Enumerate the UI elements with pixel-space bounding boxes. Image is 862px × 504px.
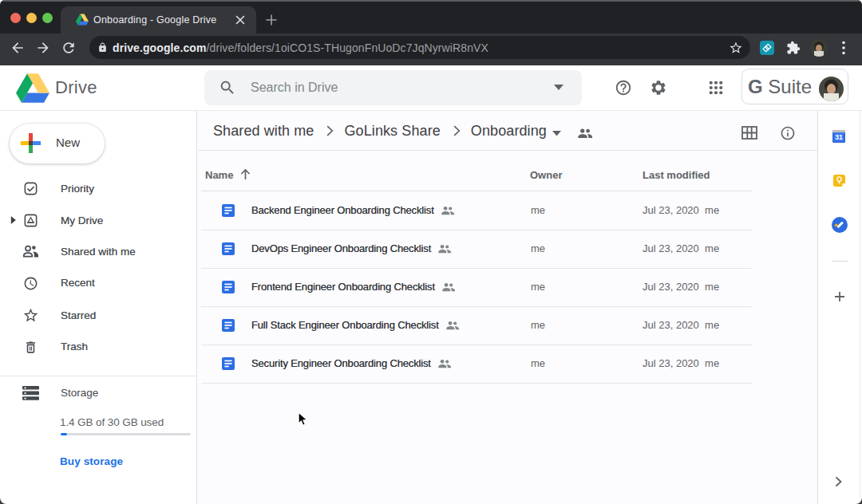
svg-text:31: 31 xyxy=(835,133,843,141)
